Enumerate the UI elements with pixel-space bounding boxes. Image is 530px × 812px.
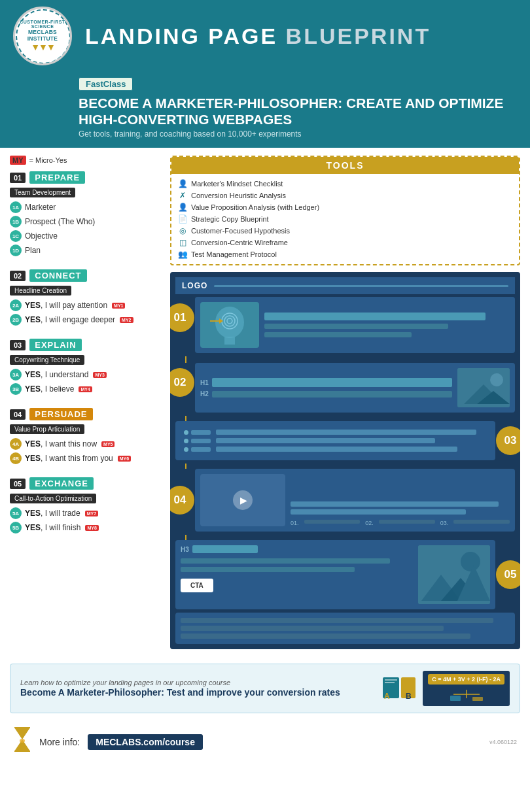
wf-section-02: H1 H2 (195, 363, 515, 413)
wf-h1-label: H1 (200, 379, 209, 386)
step-01-title: PREPARE (29, 171, 85, 184)
my-tag-4: MY4 (79, 386, 92, 392)
wf-connector-2 (185, 416, 515, 421)
step-04-item-b: 4B YES, I want this from you MY6 (10, 452, 160, 464)
wf-video-info: 01. 02. 03. (291, 474, 510, 526)
main-content: MY = Micro-Yes 01 PREPARE Team Developme… (0, 148, 530, 657)
tool-item-4: 📄 Strategic Copy Blueprint (178, 214, 512, 224)
footer-url[interactable]: MECLABS.com/course (88, 734, 203, 750)
promo-bold: Become A Marketer-Philosopher: Test and … (20, 686, 372, 698)
wf-section-02-wrapper: 02 H1 H2 (175, 363, 515, 413)
tool-item-3: 👤 Value Proposition Analysis (with Ledge… (178, 203, 512, 212)
wf-circle-03: 03 (496, 426, 520, 455)
wf-section-05: H3 CTA (175, 540, 495, 609)
step-01-number: 01 (10, 173, 26, 183)
wf-section-04: ▶ 01. 02. 03. (195, 469, 515, 532)
my-tag-8: MY8 (85, 525, 98, 531)
subtitle-subtext: Get tools, training, and coaching based … (79, 129, 517, 139)
wf-section-05-wrapper: 05 H3 CTA (175, 540, 515, 609)
people-icon: 👥 (178, 250, 187, 259)
tool-item-1: 👤 Marketer's Mindset Checklist (178, 179, 512, 188)
hourglass-svg (13, 726, 31, 753)
wf-logo-bar: LOGO (175, 277, 515, 294)
header-title: LANDING PAGE BLUEPRINT (85, 25, 517, 47)
chart-icon: ✗ (178, 191, 187, 200)
wf-section-01 (195, 297, 515, 353)
wf-mind-head (200, 302, 259, 348)
wf-circle-01: 01 (170, 303, 194, 332)
wf-circle-02: 02 (170, 368, 194, 397)
wf-logo-text: LOGO (182, 281, 207, 290)
step-05-section: 05 EXCHANGE Call-to-Action Optimization … (10, 477, 160, 533)
header: CUSTOMER-FIRST SCIENCE MECLABS INSTITUTE… (0, 0, 530, 72)
wireframe: LOGO 01 (170, 272, 520, 649)
person-icon: 👤 (178, 179, 187, 188)
step-04-header: 04 PERSUADE (10, 408, 160, 420)
step-03-number: 03 (10, 340, 26, 350)
step-03-item-b: 3B YES, I believe MY4 (10, 383, 160, 395)
books-icon: A B (381, 674, 417, 703)
badge-4a: 4A (10, 438, 22, 450)
micro-yes-label: = Micro-Yes (29, 156, 67, 164)
my-tag-3: MY3 (93, 372, 106, 378)
wf-section-01-lines (264, 313, 510, 337)
wf-section-03 (175, 421, 495, 460)
badge-1b: 1B (10, 216, 22, 228)
tool-item-7: 👥 Test Management Protocol (178, 250, 512, 259)
right-column: TOOLS 👤 Marketer's Mindset Checklist ✗ C… (170, 156, 520, 649)
step-02-item-a: 2A YES, I will pay attention MY1 (10, 299, 160, 311)
wf-cta-left: H3 CTA (181, 545, 413, 604)
left-column: MY = Micro-Yes 01 PREPARE Team Developme… (10, 156, 160, 649)
badge-1a: 1A (10, 201, 22, 213)
step-02-title: CONNECT (29, 269, 86, 282)
step-01-subtitle: Team Development (10, 188, 75, 197)
badge-1d: 1D (10, 245, 22, 256)
formula-text: C = 4M + 3V + 2 (I-F) - 2A (428, 674, 504, 685)
wf-connector-1 (185, 356, 515, 363)
wf-section-03-wrapper: 03 (175, 421, 515, 460)
step-03-item-a: 3A YES, I understand MY3 (10, 369, 160, 381)
step-01-header: 01 PREPARE (10, 171, 160, 184)
tool-item-5: ◎ Customer-Focused Hypothesis (178, 226, 512, 235)
wf-image-placeholder-02 (457, 368, 510, 407)
promo-text: Learn how to optimize your landing pages… (20, 679, 372, 698)
step-04-section: 04 PERSUADE Value Prop Articulation 4A Y… (10, 408, 160, 464)
step-01-item-d: 1D Plan (10, 245, 160, 256)
wf-cta-btn: CTA (181, 579, 213, 592)
promo-bar: Learn how to optimize your landing pages… (10, 664, 520, 713)
badge-2a: 2A (10, 299, 22, 311)
target-icon: ◎ (178, 226, 187, 235)
badge-5a: 5A (10, 507, 22, 519)
svg-rect-18 (385, 682, 395, 683)
wf-bottom-lines (175, 613, 515, 644)
meclabs-logo: CUSTOMER-FIRST SCIENCE MECLABS INSTITUTE… (13, 7, 72, 65)
wf-circle-04: 04 (170, 486, 194, 515)
promo-italic: Learn how to optimize your landing pages… (20, 679, 372, 686)
step-02-header: 02 CONNECT (10, 269, 160, 282)
svg-rect-25 (472, 697, 483, 701)
main-title: LANDING PAGE BLUEPRINT (85, 25, 517, 47)
document-icon: 📄 (178, 214, 187, 224)
step-05-title: EXCHANGE (29, 477, 94, 490)
wf-h2-label: H2 (200, 390, 209, 398)
step-02-section: 02 CONNECT Headline Creation 2A YES, I w… (10, 269, 160, 326)
promo-icons: A B C = 4M + 3V + 2 (I-F) - 2A (381, 671, 510, 706)
step-05-header: 05 EXCHANGE (10, 477, 160, 490)
svg-marker-26 (14, 728, 30, 739)
badge-2b: 2B (10, 314, 22, 326)
wf-tab-num-1: 01. (291, 520, 299, 526)
my-tag-7: MY7 (85, 511, 98, 516)
play-button: ▶ (233, 490, 253, 510)
subtitle-bar: FastClass BECOME A MARKETER-PHILOSOPHER:… (0, 72, 530, 148)
step-01-item-a: 1A Marketer (10, 201, 160, 213)
wf-connector-4 (185, 535, 515, 540)
step-04-subtitle: Value Prop Articulation (10, 424, 84, 434)
step-03-section: 03 EXPLAIN Copywriting Technique 3A YES,… (10, 339, 160, 395)
svg-point-12 (461, 552, 480, 571)
tools-box: TOOLS 👤 Marketer's Mindset Checklist ✗ C… (170, 156, 520, 265)
step-05-number: 05 (10, 479, 26, 489)
svg-rect-24 (450, 696, 461, 701)
grid-icon: ◫ (178, 238, 187, 247)
step-04-number: 04 (10, 409, 26, 420)
step-05-item-b: 5B YES, I will finish MY8 (10, 522, 160, 533)
